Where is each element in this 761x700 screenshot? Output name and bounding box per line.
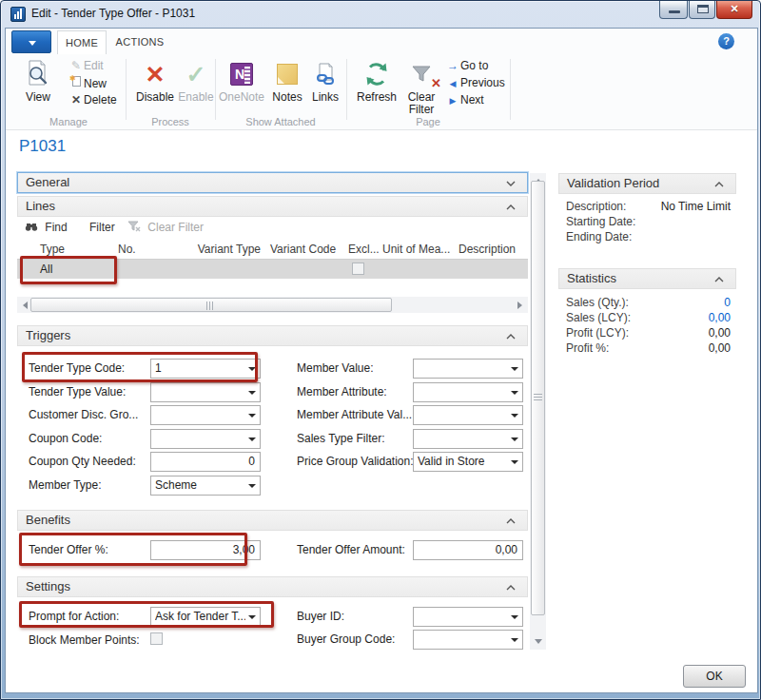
section-settings[interactable]: Settings (17, 576, 528, 597)
coupon-code-field[interactable] (150, 429, 261, 449)
vertical-scrollbar[interactable] (530, 173, 546, 650)
dropdown-arrow-icon[interactable] (511, 414, 518, 418)
group-separator (215, 59, 216, 120)
dropdown-arrow-icon[interactable] (511, 638, 518, 642)
clear-filter-button[interactable]: ✕ Clear Filter (401, 57, 441, 116)
price-group-validation-field[interactable]: Valid in Store (413, 452, 523, 472)
scroll-down-button[interactable] (530, 633, 546, 650)
dropdown-arrow-icon[interactable] (248, 484, 256, 488)
lines-table-header[interactable]: Type No. Variant Type Variant Code Excl.… (17, 240, 528, 260)
block-member-points-checkbox[interactable] (150, 632, 163, 645)
section-general[interactable]: General (17, 172, 528, 193)
dropdown-arrow-icon[interactable] (248, 615, 256, 619)
tender-offer-amount-field[interactable]: 0,00 (413, 540, 523, 560)
tender-offer-pct-field[interactable]: 3,00 (150, 540, 261, 560)
links-button[interactable]: Links (308, 57, 342, 104)
member-attribute-value-field[interactable] (413, 405, 523, 425)
coupon-qty-needed-field[interactable]: 0 (150, 452, 261, 472)
buyer-id-field[interactable] (413, 607, 523, 627)
tab-home[interactable]: HOME (57, 30, 107, 54)
dropdown-arrow-icon[interactable] (248, 391, 256, 395)
dropdown-arrow-icon[interactable] (248, 414, 256, 418)
table-row[interactable]: All (17, 260, 528, 279)
clear-filter-line-button[interactable]: Clear Filter (127, 218, 204, 237)
buyer-group-code-field[interactable] (413, 630, 523, 650)
column-header-excl[interactable]: Excl... (341, 240, 379, 259)
member-type-field[interactable]: Scheme (150, 476, 261, 496)
horizontal-scrollbar-thumb[interactable] (30, 298, 392, 312)
next-arrow-icon: ▶ (445, 92, 460, 109)
enable-button[interactable]: ✓ Enable (177, 57, 215, 104)
chevron-up-icon[interactable] (506, 518, 516, 524)
minimize-button[interactable] (659, 1, 688, 19)
refresh-button[interactable]: Refresh (354, 57, 400, 104)
filter-button[interactable]: Filter (89, 218, 115, 237)
sales-qty-link[interactable]: 0 (724, 295, 731, 310)
close-button[interactable]: ✕ (716, 1, 752, 19)
previous-button[interactable]: ◀Previous (445, 74, 506, 91)
group-label-process: Process (127, 116, 213, 127)
lines-toolbar: Find Filter Clear Filter (17, 218, 528, 237)
chevron-up-icon[interactable] (506, 204, 516, 210)
notes-button[interactable]: Notes (268, 57, 306, 104)
field-label: Member Value: (297, 359, 373, 379)
dropdown-arrow-icon[interactable] (511, 391, 518, 395)
chevron-up-icon[interactable] (506, 334, 516, 340)
application-menu-button[interactable] (11, 30, 51, 53)
section-benefits[interactable]: Benefits (17, 510, 528, 531)
column-header-type[interactable]: Type (17, 240, 112, 259)
factbox-validation-period-header[interactable]: Validation Period (558, 173, 736, 194)
maximize-button[interactable] (689, 1, 715, 19)
chevron-up-icon[interactable] (506, 585, 516, 591)
column-header-unit-of-measure[interactable]: Unit of Mea... (379, 240, 453, 259)
dropdown-arrow-icon[interactable] (511, 615, 518, 619)
factbox-statistics-header[interactable]: Statistics (558, 268, 736, 289)
customer-disc-group-field[interactable] (150, 405, 261, 425)
onenote-icon: N (230, 63, 253, 86)
column-header-variant-type[interactable]: Variant Type (188, 240, 261, 259)
section-triggers[interactable]: Triggers (17, 325, 528, 346)
onenote-button[interactable]: N OneNote (217, 57, 266, 104)
dropdown-arrow-icon[interactable] (511, 438, 518, 441)
section-lines[interactable]: Lines (17, 196, 528, 217)
horizontal-scrollbar[interactable] (17, 297, 528, 313)
help-button[interactable]: ? (718, 33, 734, 49)
sales-type-filter-field[interactable] (413, 429, 523, 449)
dropdown-arrow-icon[interactable] (248, 367, 256, 371)
factbox-field: Profit (LCY): 0,00 (566, 325, 731, 340)
edit-button[interactable]: ✎Edit (68, 57, 124, 74)
find-button[interactable]: Find (25, 218, 68, 237)
group-label-manage: Manage (13, 116, 124, 127)
column-header-description[interactable]: Description (453, 240, 528, 259)
excl-checkbox[interactable] (352, 262, 364, 275)
delete-button[interactable]: ✕Delete (68, 91, 124, 108)
column-header-no[interactable]: No. (112, 240, 188, 259)
vertical-scrollbar-thumb[interactable] (531, 181, 545, 615)
scrollbar-grip (534, 394, 542, 402)
titlebar[interactable]: Edit - Tender Type Offer - P1031 ✕ (1, 1, 760, 28)
new-button[interactable]: ✱New (68, 74, 124, 91)
member-value-field[interactable] (413, 359, 523, 379)
chevron-up-icon[interactable] (714, 182, 724, 187)
member-attribute-field[interactable] (413, 382, 523, 402)
dropdown-arrow-icon[interactable] (511, 460, 518, 464)
scroll-right-button[interactable] (512, 297, 528, 313)
column-header-variant-code[interactable]: Variant Code (261, 240, 341, 259)
prompt-for-action-field[interactable]: Ask for Tender T... (150, 607, 261, 627)
tab-actions[interactable]: ACTIONS (107, 30, 173, 54)
chevron-down-icon[interactable] (506, 181, 516, 186)
goto-button[interactable]: →Go to (445, 57, 506, 74)
ribbon-group-manage: View ✎Edit ✱New ✕Delete Manage (13, 54, 124, 130)
dropdown-arrow-icon[interactable] (248, 438, 256, 441)
ok-button[interactable]: OK (683, 665, 746, 688)
next-button[interactable]: ▶Next (445, 91, 506, 108)
tender-type-code-field[interactable]: 1 (150, 359, 261, 379)
row-type-cell[interactable]: All (40, 260, 52, 279)
disable-button[interactable]: ✕ Disable (131, 57, 179, 104)
view-button[interactable]: View (17, 57, 59, 104)
sales-lcy-link[interactable]: 0,00 (709, 310, 731, 325)
tender-type-value-field[interactable] (150, 382, 261, 402)
dropdown-arrow-icon[interactable] (511, 367, 518, 371)
chevron-up-icon[interactable] (714, 277, 724, 282)
field-value: 0,00 (709, 325, 731, 340)
